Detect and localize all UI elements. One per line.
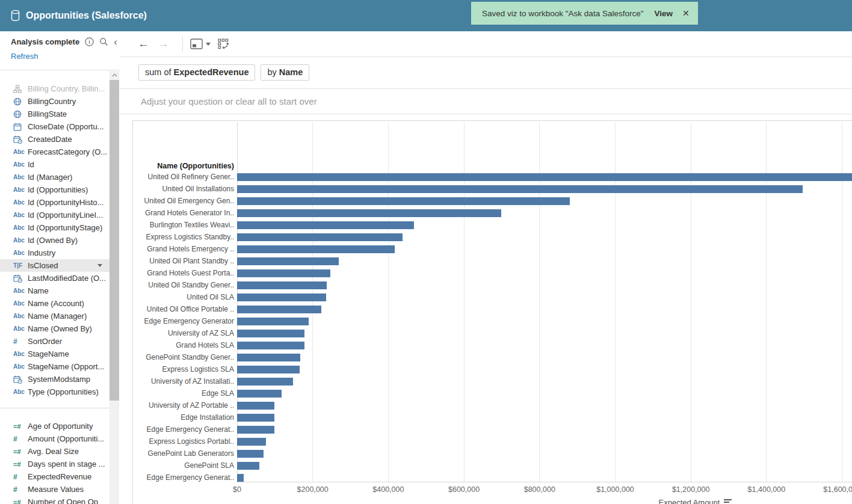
field-item-days-spent-in-stage[interactable]: =#Days spent in stage ... [0,458,110,470]
abc-icon: Abc [13,313,28,319]
bar-label: United Oil Emergency Gen.. [133,197,234,205]
bar[interactable] [237,378,293,386]
bar[interactable] [237,462,259,470]
field-item-id-owned-by[interactable]: AbcId (Owned By) [0,234,110,247]
field-item-stagename-opport[interactable]: AbcStageName (Opport... [0,360,110,373]
field-item-stagename[interactable]: AbcStageName [0,348,110,360]
calendar-clock-icon [13,375,28,384]
collapse-pane-icon[interactable]: ‹ [114,38,117,46]
bar[interactable] [237,221,414,229]
bar[interactable] [237,281,327,289]
bar[interactable] [237,245,395,253]
field-label: Name (Owned By) [28,324,92,333]
query-bar[interactable]: sum of ExpectedRevenue by Name [120,57,852,89]
field-item-systemmodstamp[interactable]: SystemModstamp [0,373,110,386]
field-label: Id [28,160,34,169]
search-icon[interactable] [99,37,108,46]
sidebar-scrollbar[interactable] [110,71,119,504]
field-item-isclosed[interactable]: T|FIsClosed [0,259,110,272]
field-item-id-opportunityhisto[interactable]: AbcId (OpportunityHisto... [0,196,110,209]
field-item-amount-opportuniti[interactable]: #Amount (Opportuniti... [0,432,110,445]
abc-icon: Abc [13,287,28,294]
query-chip-by-name[interactable]: by Name [261,64,309,81]
field-item-sortorder[interactable]: #SortOrder [0,335,110,348]
bar[interactable] [237,306,321,313]
query-chip-expected-revenue[interactable]: sum of ExpectedRevenue [138,64,255,81]
bar[interactable] [237,257,339,265]
field-label: ForecastCategory (O... [28,147,107,156]
bar[interactable] [237,438,266,446]
info-icon[interactable] [85,37,94,46]
field-label: Id (Manager) [28,173,72,182]
x-axis-title[interactable]: Expected Amount [632,498,759,504]
field-item-age-of-opportunity[interactable]: =#Age of Opportunity [0,420,110,432]
bar[interactable] [237,390,282,398]
viz-type-button[interactable] [190,38,211,49]
field-label: BillingState [28,109,67,118]
bar[interactable] [237,402,274,410]
chart-column-header: Name (Opportunities) [133,162,234,170]
field-label: SortOrder [28,337,62,346]
bar[interactable] [237,173,852,181]
field-item-id-manager[interactable]: AbcId (Manager) [0,171,110,183]
field-item-createddate[interactable]: CreatedDate [0,133,110,146]
field-item-avg-deal-size[interactable]: =#Avg. Deal Size [0,445,110,458]
bar-label: United Oil Plant Standby .. [133,257,234,265]
field-item-closedate-opportu[interactable]: CloseDate (Opportu... [0,120,110,133]
field-label: Id (OpportunityHisto... [28,198,103,207]
field-item-name-manager[interactable]: AbcName (Manager) [0,310,110,322]
field-item-id-opportunitylinei[interactable]: AbcId (OpportunityLineI... [0,209,110,221]
question-input-row[interactable]: Adjust your question or clear all to sta… [120,89,852,114]
field-item-billing-country-billin[interactable]: Billing Country, Billin... [0,82,110,95]
field-item-measure-values[interactable]: #Measure Values [0,483,110,496]
forward-button[interactable]: → [158,37,169,51]
field-label: LastModifiedDate (O... [28,274,106,283]
field-item-billingstate[interactable]: BillingState [0,108,110,120]
bar[interactable] [237,318,309,325]
x-tick-label: $1,400,000 [733,485,800,494]
bar[interactable] [237,354,300,361]
field-item-forecastcategory-o[interactable]: AbcForecastCategory (O... [0,146,110,158]
bar[interactable] [237,366,300,373]
field-item-name-account[interactable]: AbcName (Account) [0,297,110,310]
field-item-id-opportunitystage[interactable]: AbcId (OpportunityStage) [0,221,110,234]
bar[interactable] [237,474,244,482]
refresh-link[interactable]: Refresh [11,52,39,61]
abc-icon: Abc [13,149,28,155]
field-item-id-opportunities[interactable]: AbcId (Opportunities) [0,183,110,196]
question-placeholder: Adjust your question or clear all to sta… [141,96,317,106]
bar[interactable] [237,197,570,205]
bar-label: University of AZ Portable .. [133,401,234,410]
bar[interactable] [237,330,304,337]
field-item-industry[interactable]: AbcIndustry [0,247,110,259]
field-item-lastmodifieddate-o[interactable]: LastModifiedDate (O... [0,272,110,284]
bar[interactable] [237,269,330,277]
bar[interactable] [237,233,403,241]
bar[interactable] [237,293,326,301]
field-item-number-of-open-op[interactable]: =#Number of Open Op [0,496,110,504]
field-label: Age of Opportunity [28,422,93,431]
calendar-clock-icon [13,274,28,283]
toast-view-button[interactable]: View [654,9,673,18]
bar[interactable] [237,185,803,193]
bar[interactable] [237,342,304,349]
bar[interactable] [237,426,274,434]
toast-close-icon[interactable]: ✕ [682,8,690,18]
bar[interactable] [237,450,264,458]
field-item-type-opportunities[interactable]: AbcType (Opportunities) [0,386,110,398]
back-button[interactable]: ← [138,37,149,51]
bar[interactable] [237,414,274,422]
field-item-billingcountry[interactable]: BillingCountry [0,95,110,108]
field-item-name-owned-by[interactable]: AbcName (Owned By) [0,322,110,335]
field-item-expectedrevenue[interactable]: #ExpectedRevenue [0,470,110,483]
scrollbar-thumb[interactable] [110,80,119,401]
abc-icon: Abc [13,224,28,231]
swap-axes-button[interactable] [218,38,230,50]
bar[interactable] [237,209,501,217]
hash-green-icon: # [13,435,28,443]
field-dropdown-caret-icon[interactable] [97,264,102,267]
field-item-name[interactable]: AbcName [0,284,110,297]
scroll-up-icon[interactable] [110,71,119,79]
field-item-id[interactable]: AbcId [0,158,110,171]
sort-descending-icon[interactable] [724,499,732,504]
